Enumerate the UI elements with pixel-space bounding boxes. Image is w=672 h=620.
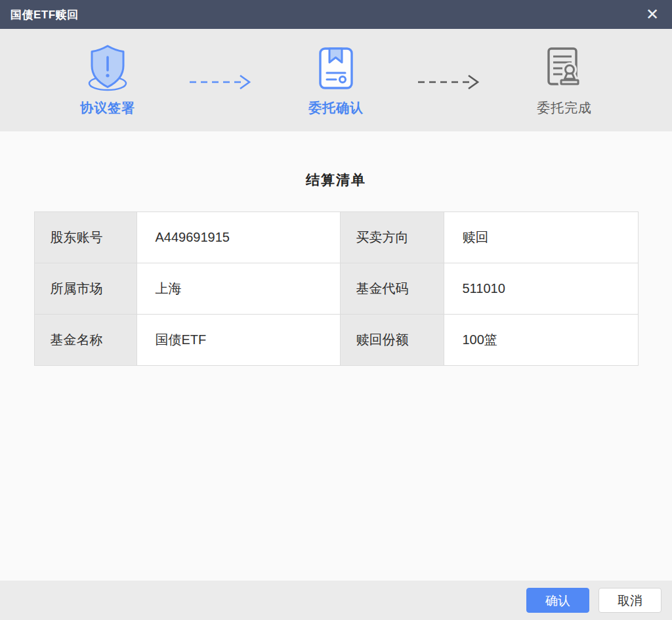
cancel-button[interactable]: 取消 (598, 588, 662, 613)
settlement-table: 股东账号 A449691915 买卖方向 赎回 所属市场 上海 基金代码 511… (34, 211, 639, 366)
table-row: 股东账号 A449691915 买卖方向 赎回 (34, 212, 638, 263)
dialog-title: 国债ETF赎回 (10, 7, 79, 22)
value-fund-name: 国债ETF (136, 315, 340, 366)
label-redeem-amount: 赎回份额 (340, 315, 444, 366)
step-agreement-signing: 协议签署 (42, 42, 173, 117)
value-fund-code: 511010 (444, 263, 638, 315)
value-trade-direction: 赎回 (444, 212, 638, 263)
footer-bar: 确认 取消 (0, 581, 672, 620)
section-title: 结算清单 (0, 131, 672, 189)
label-fund-code: 基金代码 (340, 263, 444, 315)
label-fund-name: 基金名称 (34, 315, 136, 366)
step-order-complete: 委托完成 (499, 42, 630, 117)
value-market: 上海 (136, 263, 340, 315)
titlebar: 国债ETF赎回 ✕ (0, 0, 672, 29)
table-row: 基金名称 国债ETF 赎回份额 100篮 (34, 315, 638, 366)
value-redeem-amount: 100篮 (444, 315, 638, 366)
label-trade-direction: 买卖方向 (340, 212, 444, 263)
step-label: 委托完成 (537, 99, 592, 117)
close-icon[interactable]: ✕ (644, 7, 660, 22)
step-arrow-blue-icon (173, 42, 270, 91)
redeem-dialog: 国债ETF赎回 ✕ 协议签署 (0, 0, 672, 620)
step-order-confirm: 委托确认 (270, 42, 402, 117)
step-arrow-gray-icon (402, 42, 499, 91)
step-progress: 协议签署 委托确认 (0, 29, 672, 131)
table-row: 所属市场 上海 基金代码 511010 (34, 263, 638, 315)
certificate-bookmark-icon (318, 42, 354, 95)
label-shareholder-account: 股东账号 (34, 212, 136, 263)
value-shareholder-account: A449691915 (136, 212, 340, 263)
shield-exclamation-icon (83, 42, 133, 95)
step-label: 委托确认 (308, 99, 364, 117)
document-stamp-icon (545, 42, 583, 95)
label-market: 所属市场 (34, 263, 136, 315)
main-content: 结算清单 股东账号 A449691915 买卖方向 赎回 所属市场 上海 基金代… (0, 131, 672, 581)
confirm-button[interactable]: 确认 (526, 588, 589, 613)
step-label: 协议签署 (80, 99, 135, 117)
